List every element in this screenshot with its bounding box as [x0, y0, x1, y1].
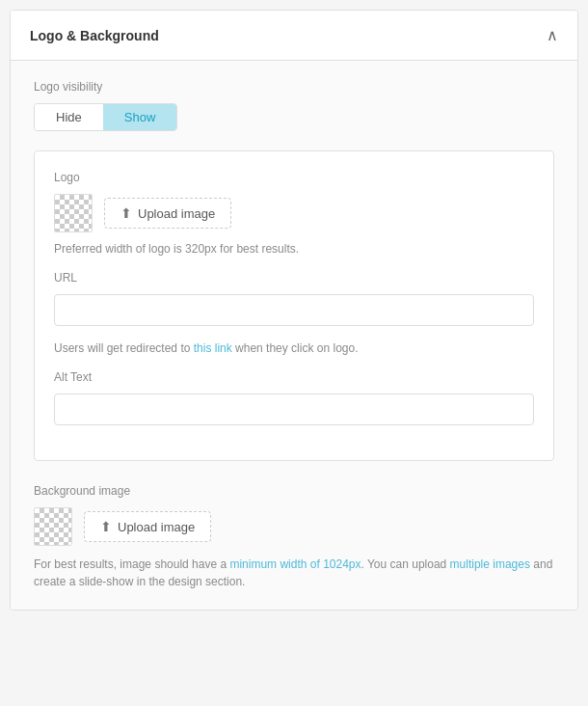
background-hint: For best results, image should have a mi… [34, 556, 554, 590]
show-button[interactable]: Show [103, 104, 177, 130]
logo-panel: Logo ⬆ Upload image Preferred width of l… [34, 150, 554, 461]
background-upload-label: Upload image [118, 520, 195, 534]
background-upload-row: ⬆ Upload image [34, 507, 554, 546]
logo-upload-row: ⬆ Upload image [54, 194, 534, 232]
logo-hint: Preferred width of logo is 320px for bes… [54, 242, 534, 256]
url-hint: Users will get redirected to this link w… [54, 341, 534, 355]
background-upload-button[interactable]: ⬆ Upload image [84, 511, 211, 542]
alt-input[interactable] [54, 394, 534, 425]
url-label: URL [54, 271, 534, 285]
logo-upload-button[interactable]: ⬆ Upload image [104, 198, 231, 229]
background-section: Background image ⬆ Upload image For best… [34, 480, 554, 590]
background-preview [34, 507, 72, 546]
logo-upload-label: Upload image [138, 206, 215, 221]
background-label: Background image [34, 484, 554, 498]
url-input[interactable] [54, 294, 534, 326]
logo-visibility-label: Logo visibility [34, 80, 554, 94]
url-field-group: URL [54, 271, 534, 326]
alt-label: Alt Text [54, 370, 534, 384]
panel-title: Logo & Background [30, 28, 159, 43]
logo-visibility-toggle: Hide Show [34, 103, 177, 131]
logo-background-panel: Logo & Background ∧ Logo visibility Hide… [10, 10, 578, 611]
alt-field-group: Alt Text [54, 370, 534, 425]
panel-header: Logo & Background ∧ [11, 11, 577, 61]
chevron-up-icon[interactable]: ∧ [547, 26, 558, 44]
hide-button[interactable]: Hide [35, 104, 103, 130]
logo-preview [54, 194, 93, 232]
upload-icon-bg: ⬆ [100, 519, 112, 534]
logo-label: Logo [54, 171, 534, 184]
upload-icon: ⬆ [120, 205, 132, 221]
panel-body: Logo visibility Hide Show Logo ⬆ Upload … [11, 61, 577, 610]
